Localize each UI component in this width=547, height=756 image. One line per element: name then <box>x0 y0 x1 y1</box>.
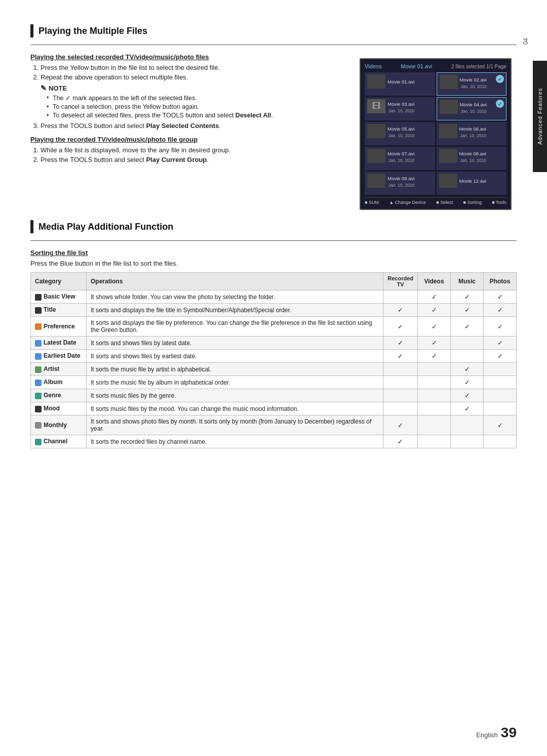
videos-cell-8 <box>418 402 451 415</box>
operations-cell-3: It sorts and shows files by latest date. <box>87 337 383 350</box>
footer-change: ▲ Change Device <box>389 200 426 205</box>
operations-cell-2: It sorts and displays the file by prefer… <box>87 317 383 337</box>
category-icon-4 <box>35 353 42 360</box>
photos-cell-4: ✓ <box>484 350 517 363</box>
screen-cell-9: Movie 09.avi Jan. 10, 2010 <box>365 172 435 195</box>
recorded_tv-cell-9: ✓ <box>383 415 418 435</box>
photos-cell-5 <box>484 363 517 376</box>
screen-cell-3: 🎞 Movie 03.avi Jan. 10, 2010 <box>365 97 435 120</box>
category-cell-0: Basic View <box>31 290 87 304</box>
screen-title-text: Videos <box>365 63 381 69</box>
category-cell-1: Title <box>31 304 87 317</box>
th-recorded-tv: RecordedTV <box>383 273 418 290</box>
screen-cell-7: Movie 07.avi Jan. 10, 2010 <box>365 147 435 170</box>
photos-cell-8 <box>484 402 517 415</box>
footer-select: ■ Select <box>436 200 453 205</box>
operations-cell-0: It shows whole folder. You can view the … <box>87 290 383 304</box>
table-row: ArtistIt sorts the music file by artist … <box>31 363 517 376</box>
note-item-1: The ✓ mark appears to the left of the se… <box>47 94 349 102</box>
category-icon-2 <box>35 323 42 330</box>
table-row: Earliest DateIt sorts and shows files by… <box>31 350 517 363</box>
category-cell-3: Latest Date <box>31 337 87 350</box>
music-cell-5: ✓ <box>451 363 484 376</box>
section-bar <box>30 24 33 37</box>
category-icon-10 <box>35 439 42 445</box>
note-item-3: To deselect all selected files, press th… <box>47 112 349 119</box>
recorded_tv-cell-6 <box>383 376 418 389</box>
th-videos: Videos <box>418 273 451 290</box>
photos-cell-2: ✓ <box>484 317 517 337</box>
category-text-2: Preference <box>44 323 75 330</box>
note-icon: ✎ <box>41 84 47 92</box>
category-cell-10: Channel <box>31 435 87 448</box>
operations-cell-1: It sorts and displays the file title in … <box>87 304 383 317</box>
photos-cell-9: ✓ <box>484 415 517 435</box>
section2-divider <box>30 240 517 241</box>
section1-heading: Playing the Multiple Files <box>30 24 517 37</box>
footer-sum: ■ SUM <box>365 200 379 205</box>
operations-cell-8: It sorts music files by the mood. You ca… <box>87 402 383 415</box>
videos-cell-6 <box>418 376 451 389</box>
chapter-num-text: 04 <box>522 38 529 45</box>
category-icon-9 <box>35 422 42 429</box>
screen-footer: ■ SUM ▲ Change Device ■ Select ■ Sorting… <box>365 197 506 205</box>
recorded_tv-cell-5 <box>383 363 418 376</box>
music-cell-7: ✓ <box>451 389 484 402</box>
screen-image-col: Videos Movie 01.avi 2 files selected 1/1… <box>360 53 517 210</box>
recorded_tv-cell-2: ✓ <box>383 317 418 337</box>
screen-cell-6: Movie 06.avi Jan. 10, 2010 <box>437 122 507 145</box>
table-row: MoodIt sorts music files by the mood. Yo… <box>31 402 517 415</box>
operations-cell-4: It sorts and shows files by earliest dat… <box>87 350 383 363</box>
videos-cell-0: ✓ <box>418 290 451 304</box>
music-cell-1: ✓ <box>451 304 484 317</box>
subsection2-heading: Playing the recorded TV/video/music/phot… <box>30 136 349 143</box>
operations-cell-9: It sorts and shows photo files by month.… <box>87 415 383 435</box>
category-cell-4: Earliest Date <box>31 350 87 363</box>
step-1-3: Press the TOOLS button and select Play S… <box>41 122 349 130</box>
note-list: The ✓ mark appears to the left of the se… <box>47 94 349 119</box>
category-icon-1 <box>35 307 42 314</box>
recorded_tv-cell-10: ✓ <box>383 435 418 448</box>
step-2-2: Press the TOOLS button and select Play C… <box>41 156 349 163</box>
category-text-3: Latest Date <box>44 339 76 346</box>
recorded_tv-cell-8 <box>383 402 418 415</box>
section2-bar <box>30 220 33 233</box>
videos-cell-4: ✓ <box>418 350 451 363</box>
steps-list-1: Press the Yellow button in the file list… <box>41 64 349 81</box>
music-cell-10 <box>451 435 484 448</box>
category-icon-8 <box>35 406 42 412</box>
category-cell-8: Mood <box>31 402 87 415</box>
chapter-tab: Advanced Features <box>533 61 547 172</box>
category-text-1: Title <box>44 306 56 313</box>
category-text-6: Album <box>44 379 62 386</box>
category-cell-6: Album <box>31 376 87 389</box>
section1-divider <box>30 45 517 45</box>
category-icon-3 <box>35 340 42 347</box>
photos-cell-10 <box>484 435 517 448</box>
category-icon-0 <box>35 294 42 301</box>
note-title: ✎ NOTE <box>41 84 349 92</box>
footer-sorting: ■ Sorting <box>463 200 482 205</box>
screen-cell-5: Movie 05.avi Jan. 10, 2010 <box>365 122 435 145</box>
screen-cell-10: Movie 12.avi <box>437 172 507 195</box>
section2-title: Media Play Additional Function <box>38 222 173 232</box>
music-cell-4 <box>451 350 484 363</box>
music-cell-0: ✓ <box>451 290 484 304</box>
footer-language: English <box>476 731 498 739</box>
photos-cell-6 <box>484 376 517 389</box>
category-icon-5 <box>35 366 42 373</box>
table-row: AlbumIt sorts the music file by album in… <box>31 376 517 389</box>
screen-info: 2 files selected 1/1 Page <box>451 64 506 69</box>
table-body: Basic ViewIt shows whole folder. You can… <box>31 290 517 448</box>
page-footer: English 39 <box>476 725 517 741</box>
table-row: TitleIt sorts and displays the file titl… <box>31 304 517 317</box>
category-text-7: Genre <box>44 392 61 399</box>
recorded_tv-cell-0 <box>383 290 418 304</box>
sort-heading: Sorting the file list <box>30 249 517 257</box>
category-cell-9: Monthly <box>31 415 87 435</box>
music-cell-2: ✓ <box>451 317 484 337</box>
category-icon-7 <box>35 393 42 399</box>
videos-cell-7 <box>418 389 451 402</box>
th-operations: Operations <box>87 273 383 290</box>
page-container: Advanced Features 04 Playing the Multipl… <box>0 0 547 756</box>
